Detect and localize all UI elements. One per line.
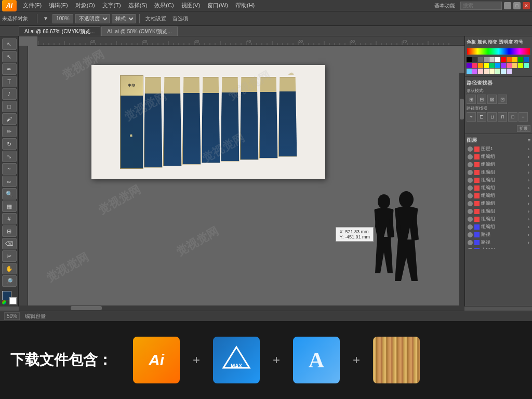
- menu-object[interactable]: 对象(O): [72, 1, 98, 10]
- menu-select[interactable]: 选择(S): [125, 1, 151, 10]
- color-swatch[interactable]: [501, 69, 506, 74]
- layer-item[interactable]: 路径 ›: [467, 231, 530, 238]
- horizontal-scrollbar[interactable]: [19, 305, 464, 311]
- layer-visibility-icon[interactable]: [468, 154, 473, 159]
- layer-visibility-icon[interactable]: [468, 201, 473, 206]
- color-swatch[interactable]: [472, 69, 477, 74]
- doc-settings-btn[interactable]: 文档设置: [143, 14, 168, 23]
- layer-toggle-icon[interactable]: ›: [528, 217, 529, 222]
- direct-select-tool[interactable]: ↖: [2, 51, 17, 62]
- menu-view[interactable]: 视图(V): [178, 1, 204, 10]
- layer-visibility-icon[interactable]: [468, 193, 473, 198]
- menu-edit[interactable]: 编辑(E): [46, 1, 71, 10]
- layer-toggle-icon[interactable]: ›: [528, 209, 529, 214]
- warp-tool[interactable]: ~: [2, 163, 17, 175]
- color-swatch[interactable]: [489, 69, 495, 74]
- toolbar-style-select[interactable]: 样式: [112, 14, 136, 23]
- blend-tool[interactable]: ∞: [2, 176, 17, 187]
- color-swatch[interactable]: [472, 63, 477, 68]
- close-button[interactable]: ✕: [523, 2, 530, 9]
- rotate-tool[interactable]: ↻: [2, 138, 17, 150]
- layer-visibility-icon[interactable]: [468, 209, 473, 214]
- color-swatch[interactable]: [524, 57, 529, 62]
- hand-tool[interactable]: ✋: [2, 263, 17, 274]
- texture-software-icon[interactable]: [373, 337, 420, 383]
- layer-item[interactable]: 组编组 ›: [467, 207, 530, 215]
- layer-item[interactable]: 组编组 ›: [467, 184, 530, 192]
- color-swatch[interactable]: [478, 69, 483, 74]
- select-tool[interactable]: ↖: [2, 38, 17, 50]
- layer-visibility-icon[interactable]: [468, 217, 473, 222]
- line-tool[interactable]: /: [2, 88, 17, 100]
- gradient-tool[interactable]: ▦: [2, 201, 17, 212]
- pathfinder-unite[interactable]: ⊞: [467, 95, 476, 104]
- color-swatch[interactable]: [467, 63, 472, 68]
- scrollbar-thumb-h[interactable]: [71, 306, 102, 310]
- preferences-btn[interactable]: 首选项: [170, 14, 190, 23]
- max-software-icon[interactable]: MAX: [213, 337, 260, 383]
- layer-item[interactable]: 路径 ›: [467, 238, 530, 246]
- pathfinder-divide[interactable]: ÷: [467, 112, 476, 122]
- pathfinder-minus[interactable]: ⊟: [477, 95, 486, 104]
- expand-button[interactable]: 扩展: [517, 125, 530, 132]
- eraser-tool[interactable]: ⌫: [2, 238, 17, 249]
- layer-visibility-icon[interactable]: [468, 185, 473, 191]
- layer-visibility-icon[interactable]: [468, 248, 473, 249]
- color-swatch[interactable]: [501, 57, 506, 62]
- ai-logo-top[interactable]: Ai: [2, 0, 17, 11]
- shape-tool[interactable]: □: [2, 101, 17, 112]
- scrollbar-thumb-v[interactable]: [460, 99, 464, 119]
- color-swatch[interactable]: [507, 57, 512, 62]
- layer-item[interactable]: 组编组 ›: [467, 192, 530, 200]
- tab-1[interactable]: Al.ai @ 66.67% (CMYK/预览...: [19, 26, 100, 36]
- menu-help[interactable]: 帮助(H): [232, 1, 258, 10]
- color-swatch[interactable]: [484, 69, 489, 74]
- layer-item[interactable]: 组编组 ›: [467, 223, 530, 231]
- type-tool[interactable]: T: [2, 76, 17, 87]
- ai-software-icon[interactable]: Ai: [133, 337, 180, 383]
- color-swatch[interactable]: [484, 63, 489, 68]
- tab-2[interactable]: AL.ai @ 50% (CMYK/预览...: [101, 26, 178, 36]
- color-swatch[interactable]: [484, 57, 489, 62]
- layer-toggle-icon[interactable]: ›: [528, 240, 529, 245]
- layer-item[interactable]: 组编组 ›: [467, 200, 530, 207]
- layer-visibility-icon[interactable]: [468, 178, 473, 183]
- toolbar-mode-select[interactable]: 不透明度: [75, 14, 110, 23]
- zoom-tool[interactable]: 🔎: [2, 275, 17, 287]
- color-swatch[interactable]: [489, 63, 495, 68]
- pathfinder-crop[interactable]: ⊓: [498, 112, 507, 122]
- toolbar-opacity-input[interactable]: [52, 14, 73, 23]
- color-swatch[interactable]: [472, 57, 477, 62]
- layer-visibility-icon[interactable]: [468, 170, 473, 175]
- layer-toggle-icon[interactable]: ›: [528, 154, 529, 159]
- slice-tool[interactable]: ⊞: [2, 225, 17, 237]
- pathfinder-merge[interactable]: ⊔: [487, 112, 497, 122]
- pathfinder-exclude[interactable]: ⊡: [498, 95, 507, 104]
- menu-window[interactable]: 窗口(W): [204, 1, 231, 10]
- color-selector[interactable]: [2, 291, 17, 304]
- pathfinder-minus-back[interactable]: −: [518, 112, 528, 122]
- layer-visibility-icon[interactable]: [468, 240, 473, 245]
- layer-item[interactable]: 组编组 ›: [467, 176, 530, 184]
- pathfinder-outline[interactable]: □: [508, 112, 517, 122]
- layer-visibility-icon[interactable]: [468, 224, 473, 230]
- pen-tool[interactable]: ✒: [2, 63, 17, 75]
- layer-toggle-icon[interactable]: ›: [528, 147, 529, 152]
- pathfinder-trim[interactable]: ⊏: [477, 112, 486, 122]
- pencil-tool[interactable]: ✏: [2, 126, 17, 137]
- layer-visibility-icon[interactable]: [468, 232, 473, 237]
- menu-text[interactable]: 文字(T): [99, 1, 124, 10]
- color-swatch[interactable]: [478, 63, 483, 68]
- color-swatch[interactable]: [495, 63, 500, 68]
- layer-toggle-icon[interactable]: ›: [528, 193, 529, 198]
- layer-visibility-icon[interactable]: [468, 162, 473, 167]
- eyedropper-tool[interactable]: 🔍: [2, 188, 17, 200]
- color-swatch[interactable]: [478, 57, 483, 62]
- layer-item[interactable]: 组编组 ›: [467, 153, 530, 161]
- layer-toggle-icon[interactable]: ›: [528, 224, 529, 230]
- search-input[interactable]: [460, 2, 502, 10]
- canvas-area[interactable]: 觉视觉网 觉视觉网 觉视觉网 觉视觉网 觉视觉网 觉视觉网 觉视觉网 中华 传统…: [19, 36, 464, 307]
- color-swatch[interactable]: [524, 63, 529, 68]
- color-swatch[interactable]: [495, 57, 500, 62]
- color-spectrum-bar[interactable]: [467, 48, 530, 55]
